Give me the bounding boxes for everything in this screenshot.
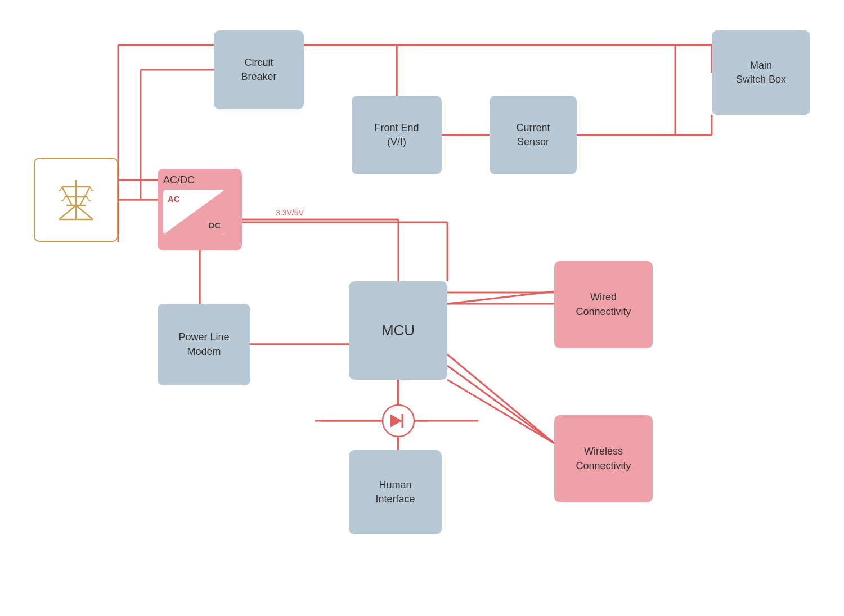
svg-marker-47 (390, 414, 402, 428)
svg-line-17 (447, 380, 554, 443)
wired-connectivity-label: Wired Connectivity (576, 290, 631, 318)
svg-line-58 (80, 187, 90, 205)
circuit-breaker-label: Circuit Breaker (241, 56, 276, 84)
power-source-node (34, 158, 118, 242)
main-switch-box-label: Main Switch Box (736, 59, 786, 87)
acdc-badge: AC DC (163, 190, 225, 235)
human-interface-label: Human Interface (375, 478, 415, 506)
acdc-node: AC/DC AC DC (158, 169, 242, 250)
wireless-connectivity-label: Wireless Connectivity (576, 444, 631, 473)
svg-point-46 (383, 405, 414, 437)
front-end-node: Front End (V/I) (352, 96, 442, 174)
acdc-title: AC/DC (163, 174, 236, 186)
svg-marker-44 (387, 410, 406, 432)
main-switch-box-node: Main Switch Box (712, 30, 810, 115)
current-sensor-label: Current Sensor (516, 121, 550, 149)
current-sensor-node: Current Sensor (490, 96, 577, 174)
svg-line-54 (59, 205, 76, 219)
acdc-dc-label: DC (208, 221, 221, 230)
svg-line-56 (76, 205, 93, 219)
svg-line-23 (447, 354, 554, 443)
human-interface-node: Human Interface (349, 450, 442, 534)
wired-connectivity-node: Wired Connectivity (554, 261, 653, 348)
mcu-label: MCU (381, 320, 415, 340)
diagram-container: Circuit Breaker Front End (V/I) Current … (0, 0, 844, 616)
circuit-breaker-node: Circuit Breaker (214, 30, 304, 109)
mcu-node: MCU (349, 281, 447, 380)
power-line-modem-node: Power Line Modem (158, 304, 250, 385)
svg-line-22 (447, 291, 554, 304)
voltage-label: 3.3V/5V (276, 208, 304, 217)
svg-line-16 (447, 371, 554, 443)
power-line-modem-label: Power Line Modem (178, 330, 229, 358)
svg-line-57 (62, 187, 72, 205)
front-end-label: Front End (V/I) (374, 121, 419, 149)
acdc-ac-label: AC (168, 194, 180, 204)
svg-line-40 (447, 366, 554, 443)
wireless-connectivity-node: Wireless Connectivity (554, 415, 653, 502)
tower-icon (51, 174, 101, 225)
